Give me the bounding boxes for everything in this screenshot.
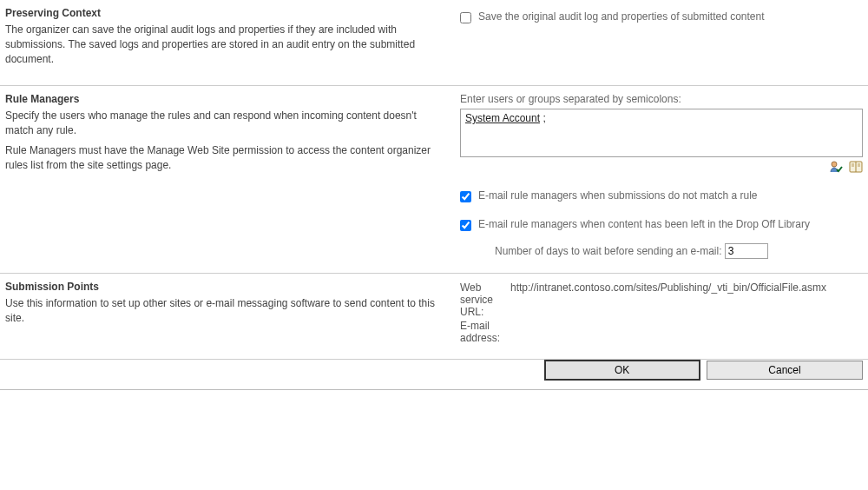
section-submission-points: Submission Points Use this information t…	[0, 274, 868, 360]
email-no-match-checkbox[interactable]	[460, 191, 471, 202]
section-title: Submission Points	[5, 281, 436, 293]
section-right: Web service URL: http://intranet.contoso…	[448, 281, 863, 345]
email-no-match-label: E-mail rule managers when submissions do…	[478, 189, 757, 202]
browse-icon[interactable]	[845, 161, 863, 173]
section-desc: Use this information to set up other sit…	[5, 296, 436, 326]
save-audit-row: Save the original audit log and properti…	[460, 10, 863, 23]
save-audit-checkbox[interactable]	[460, 12, 471, 23]
section-desc2: Rule Managers must have the Manage Web S…	[5, 143, 436, 173]
email-no-match-row: E-mail rule managers when submissions do…	[460, 189, 863, 202]
table-row: Web service URL: http://intranet.contoso…	[460, 281, 830, 319]
email-address-value	[510, 319, 830, 345]
people-entity: System Account	[465, 112, 540, 124]
section-title: Rule Managers	[5, 93, 436, 105]
section-desc1: Specify the users who manage the rules a…	[5, 109, 436, 138]
svg-rect-2	[856, 162, 857, 172]
days-input[interactable]	[725, 243, 768, 259]
people-picker-input[interactable]: System Account ;	[460, 109, 863, 157]
section-title: Preserving Context	[5, 7, 436, 19]
section-left: Rule Managers Specify the users who mana…	[5, 93, 448, 259]
section-left: Submission Points Use this information t…	[5, 281, 448, 345]
email-dropoff-row: E-mail rule managers when content has be…	[460, 218, 863, 231]
save-audit-label: Save the original audit log and properti…	[478, 10, 765, 23]
people-picker-icons	[460, 160, 863, 174]
check-names-icon[interactable]	[825, 161, 845, 173]
email-dropoff-checkbox[interactable]	[460, 220, 471, 231]
table-row: E-mail address:	[460, 319, 830, 345]
cancel-button[interactable]: Cancel	[707, 361, 863, 380]
submission-table: Web service URL: http://intranet.contoso…	[460, 281, 830, 345]
section-right: Enter users or groups separated by semic…	[448, 93, 863, 259]
web-url-value: http://intranet.contoso.com/sites/Publis…	[510, 281, 830, 319]
email-address-label: E-mail address:	[460, 319, 510, 345]
button-row: OK Cancel	[0, 360, 868, 390]
section-right: Save the original audit log and properti…	[448, 7, 863, 71]
web-url-label: Web service URL:	[460, 281, 510, 319]
section-desc: The organizer can save the original audi…	[5, 23, 436, 66]
days-row: Number of days to wait before sending an…	[495, 243, 863, 259]
days-label: Number of days to wait before sending an…	[495, 245, 721, 257]
svg-point-0	[832, 162, 837, 167]
people-label: Enter users or groups separated by semic…	[460, 93, 863, 105]
section-preserving-context: Preserving Context The organizer can sav…	[0, 0, 868, 86]
section-left: Preserving Context The organizer can sav…	[5, 7, 448, 71]
section-rule-managers: Rule Managers Specify the users who mana…	[0, 86, 868, 274]
email-dropoff-label: E-mail rule managers when content has be…	[478, 218, 810, 230]
ok-button[interactable]: OK	[544, 360, 700, 381]
